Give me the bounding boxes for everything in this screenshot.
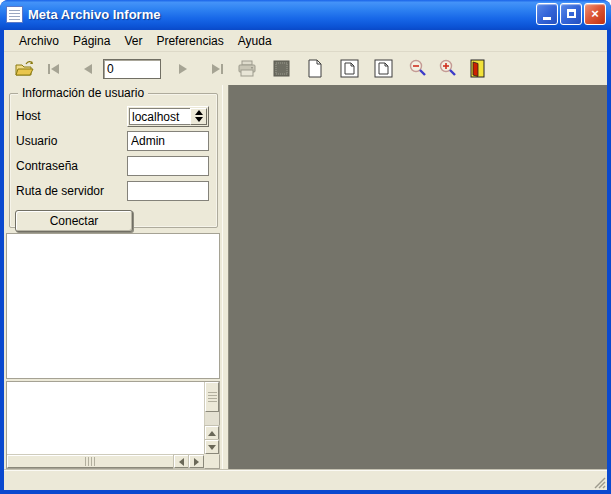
vertical-scrollbar[interactable] (204, 382, 219, 454)
scroll-right-button[interactable] (189, 455, 204, 468)
menu-pagina[interactable]: Página (66, 32, 117, 50)
page-width-button[interactable] (337, 58, 361, 80)
first-record-button[interactable] (42, 58, 66, 80)
printer-icon (237, 60, 257, 77)
next-record-icon (178, 64, 188, 74)
page-full-button[interactable] (371, 58, 395, 80)
report-viewer-area[interactable] (228, 85, 607, 470)
scroll-down-button[interactable] (205, 440, 219, 454)
toolbar (4, 52, 607, 85)
first-record-icon (47, 64, 61, 74)
status-bar (4, 470, 607, 490)
sidebar: Información de usuario Host localhost (4, 85, 222, 470)
open-button[interactable] (12, 58, 36, 80)
groupbox-legend: Información de usuario (18, 86, 148, 100)
detail-view[interactable] (7, 382, 204, 454)
zoom-out-icon (408, 59, 427, 78)
usuario-input[interactable] (127, 131, 209, 151)
zoom-in-icon (438, 59, 457, 78)
minimize-icon (543, 17, 551, 20)
menubar: Archivo Página Ver Preferencias Ayuda (4, 30, 607, 52)
scroll-up-button[interactable] (205, 426, 219, 440)
previous-record-button[interactable] (76, 58, 100, 80)
open-folder-icon (14, 60, 35, 78)
zoom-out-button[interactable] (405, 58, 429, 80)
detail-panel (6, 381, 220, 469)
contrasena-label: Contraseña (16, 159, 127, 173)
menu-archivo[interactable]: Archivo (12, 32, 66, 50)
app-window: Meta Archivo Informe × Archivo Página Ve… (0, 0, 611, 494)
print-button[interactable] (235, 58, 259, 80)
window-title: Meta Archivo Informe (28, 7, 534, 22)
export-button[interactable] (269, 58, 293, 80)
vscrollbar-track[interactable] (205, 412, 219, 426)
vscrollbar-thumb[interactable] (205, 382, 219, 412)
host-label: Host (16, 109, 127, 123)
hscrollbar-thumb[interactable] (7, 455, 174, 468)
previous-record-icon (83, 64, 93, 74)
export-grid-icon (273, 60, 290, 77)
arrow-down-icon (208, 445, 216, 450)
maximize-button[interactable] (560, 3, 582, 25)
last-record-button[interactable] (205, 58, 229, 80)
horizontal-scrollbar[interactable] (7, 454, 204, 468)
maximize-icon (567, 9, 576, 18)
close-icon: × (585, 4, 605, 24)
exit-door-icon (470, 59, 485, 78)
last-record-icon (210, 64, 224, 74)
arrow-right-icon (194, 458, 199, 466)
host-value: localhost (129, 108, 190, 125)
chevron-up-icon (195, 110, 203, 115)
conectar-button[interactable]: Conectar (15, 210, 133, 232)
ruta-servidor-label: Ruta de servidor (16, 184, 127, 198)
ruta-servidor-input[interactable] (127, 181, 209, 201)
menu-ver[interactable]: Ver (117, 32, 149, 50)
record-number-input[interactable] (103, 59, 161, 79)
report-list-panel[interactable] (6, 233, 220, 379)
page-normal-button[interactable] (303, 58, 327, 80)
chevron-down-icon (195, 117, 203, 122)
resize-grip[interactable] (592, 475, 606, 489)
menu-preferencias[interactable]: Preferencias (149, 32, 230, 50)
thumb-grip-icon (208, 392, 217, 403)
close-button[interactable]: × (584, 3, 606, 25)
arrow-left-icon (179, 458, 184, 466)
next-record-button[interactable] (171, 58, 195, 80)
app-icon (6, 6, 23, 23)
thumb-grip-icon (85, 457, 96, 466)
user-info-groupbox: Información de usuario Host localhost (9, 93, 218, 228)
menu-ayuda[interactable]: Ayuda (231, 32, 279, 50)
arrow-up-icon (208, 431, 216, 436)
content-area: Información de usuario Host localhost (4, 85, 607, 470)
page-icon (307, 59, 323, 78)
page-full-icon (374, 59, 393, 78)
host-combo-spinner[interactable] (190, 108, 207, 125)
zoom-in-button[interactable] (435, 58, 459, 80)
exit-button[interactable] (465, 58, 489, 80)
titlebar[interactable]: Meta Archivo Informe × (0, 0, 611, 30)
scrollbar-corner (204, 454, 219, 468)
host-combobox[interactable]: localhost (127, 106, 209, 127)
page-width-icon (340, 59, 359, 78)
scroll-left-button[interactable] (174, 455, 189, 468)
minimize-button[interactable] (536, 3, 558, 25)
contrasena-input[interactable] (127, 156, 209, 176)
usuario-label: Usuario (16, 134, 127, 148)
